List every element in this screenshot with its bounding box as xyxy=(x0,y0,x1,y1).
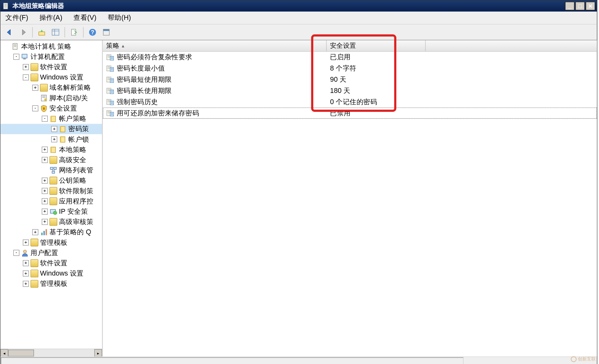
tree-node[interactable]: +本地策略 xyxy=(0,145,102,155)
expand-toggle xyxy=(32,95,38,101)
expand-toggle[interactable]: + xyxy=(23,281,29,287)
tree-node[interactable]: +帐户锁 xyxy=(0,134,102,145)
titlebar[interactable]: 本地组策略编辑器 _ □ ✕ xyxy=(0,0,597,12)
tree-node[interactable]: -Windows 设置 xyxy=(0,72,102,82)
scroll-left-button[interactable]: ◂ xyxy=(0,349,8,357)
expand-toggle[interactable]: - xyxy=(23,74,29,80)
svg-rect-14 xyxy=(14,45,16,45)
tree-node[interactable]: +公钥策略 xyxy=(0,176,102,186)
expand-toggle[interactable]: + xyxy=(42,198,48,204)
tree-node[interactable]: +软件设置 xyxy=(0,62,102,72)
tree-node[interactable]: +管理模板 xyxy=(0,279,102,289)
scroll-track[interactable] xyxy=(8,349,94,357)
folder-icon xyxy=(49,218,57,226)
svg-text:?: ? xyxy=(91,29,94,36)
tree-node[interactable]: +Windows 设置 xyxy=(0,268,102,278)
menu-action[interactable]: 操作(A) xyxy=(38,12,64,23)
tree-node[interactable]: +高级审核策 xyxy=(0,217,102,227)
scroll-right-button[interactable]: ▸ xyxy=(94,349,102,357)
policy-row[interactable]: 强制密码历史0 个记住的密码 xyxy=(103,96,597,108)
svg-rect-20 xyxy=(42,97,46,97)
expand-toggle[interactable]: - xyxy=(13,54,20,60)
minimize-button[interactable]: _ xyxy=(565,2,575,10)
svg-rect-44 xyxy=(111,68,113,69)
expand-toggle[interactable]: + xyxy=(23,64,29,70)
folder-icon xyxy=(30,259,38,267)
tree-node[interactable]: 本地计算机 策略 xyxy=(0,41,102,52)
expand-toggle[interactable]: + xyxy=(32,85,38,91)
tree-node[interactable]: +高级安全 xyxy=(0,155,102,165)
tree-node[interactable]: +IP 安全策 xyxy=(0,206,102,217)
expand-toggle[interactable]: + xyxy=(42,209,48,215)
tree-node[interactable]: 网络列表管 xyxy=(0,165,102,175)
expand-toggle[interactable]: + xyxy=(42,157,48,163)
tree-node[interactable]: -安全设置 xyxy=(0,103,102,113)
tree-node[interactable]: -帐户策略 xyxy=(0,113,102,124)
policy-row[interactable]: 用可还原的加密来储存密码已禁用 xyxy=(103,108,597,119)
tree-node[interactable]: +软件限制策 xyxy=(0,186,102,196)
export-button[interactable] xyxy=(68,26,80,38)
expand-toggle[interactable]: + xyxy=(51,126,57,132)
tree-node[interactable]: -计算机配置 xyxy=(0,52,102,62)
svg-rect-60 xyxy=(108,102,110,102)
up-button[interactable] xyxy=(35,26,48,38)
policy-row[interactable]: 密码必须符合复杂性要求已启用 xyxy=(103,52,597,63)
svg-rect-69 xyxy=(111,114,113,115)
menu-view[interactable]: 查看(V) xyxy=(72,12,98,23)
expand-toggle[interactable]: + xyxy=(32,229,38,235)
expand-toggle[interactable]: - xyxy=(42,116,48,122)
svg-rect-31 xyxy=(44,231,45,235)
expand-toggle[interactable]: + xyxy=(42,188,48,194)
svg-rect-39 xyxy=(111,59,113,59)
expand-toggle[interactable]: + xyxy=(42,147,48,153)
svg-line-26 xyxy=(52,170,53,171)
policy-name: 密码必须符合复杂性要求 xyxy=(117,53,192,62)
tree-node[interactable]: +密码策 xyxy=(0,124,102,134)
scroll-thumb[interactable] xyxy=(8,350,34,356)
column-header-setting[interactable]: 安全设置 xyxy=(327,40,426,51)
expand-toggle[interactable]: + xyxy=(23,260,29,266)
column-header-policy[interactable]: 策略 ▲ xyxy=(103,40,327,51)
folder-icon xyxy=(30,280,38,288)
tree-view[interactable]: 本地计算机 策略-计算机配置+软件设置-Windows 设置+域名解析策略脚本(… xyxy=(0,40,102,290)
menu-file[interactable]: 文件(F) xyxy=(4,12,30,23)
maximize-button[interactable]: □ xyxy=(575,2,585,10)
expand-toggle[interactable]: - xyxy=(13,250,20,256)
policy-row[interactable]: 密码长度最小值8 个字符 xyxy=(103,63,597,74)
tree-node[interactable]: +域名解析策略 xyxy=(0,83,102,93)
tree-node[interactable]: +应用程序控 xyxy=(0,196,102,206)
expand-toggle[interactable]: + xyxy=(23,270,29,277)
close-button[interactable]: ✕ xyxy=(586,2,595,10)
svg-rect-3 xyxy=(4,7,7,7)
tree-node[interactable]: -用户配置 xyxy=(0,248,102,258)
tree-node[interactable]: +软件设置 xyxy=(0,258,102,268)
expand-toggle[interactable]: + xyxy=(23,239,29,245)
svg-rect-12 xyxy=(103,29,109,31)
tree-node-label: 帐户锁 xyxy=(68,135,89,144)
options-button[interactable] xyxy=(49,26,62,38)
menu-help[interactable]: 帮助(H) xyxy=(106,12,132,23)
policy-row[interactable]: 密码最短使用期限90 天 xyxy=(103,74,597,85)
svg-rect-41 xyxy=(108,67,110,67)
tree-node[interactable]: +基于策略的 Q xyxy=(0,227,102,237)
tree-node[interactable]: +管理模板 xyxy=(0,237,102,248)
expand-toggle[interactable]: + xyxy=(51,136,57,142)
svg-rect-53 xyxy=(108,89,110,89)
svg-rect-30 xyxy=(41,233,43,235)
forward-button[interactable] xyxy=(17,26,30,38)
properties-button[interactable] xyxy=(100,26,113,38)
policy-setting: 8 个字符 xyxy=(327,63,426,74)
list-panel: 策略 ▲ 安全设置 密码必须符合复杂性要求已启用密码长度最小值8 个字符密码最短… xyxy=(103,40,597,356)
expand-toggle[interactable]: + xyxy=(42,178,48,184)
policy-row[interactable]: 密码最长使用期限180 天 xyxy=(103,85,597,96)
tree-node[interactable]: 脚本(启动/关 xyxy=(0,93,102,103)
svg-rect-43 xyxy=(110,68,114,71)
expand-toggle[interactable]: + xyxy=(42,219,48,225)
help-button[interactable]: ? xyxy=(86,26,99,38)
policy-icon xyxy=(12,43,19,50)
tree-h-scrollbar[interactable]: ◂ ▸ xyxy=(0,349,102,356)
list-body[interactable]: 密码必须符合复杂性要求已启用密码长度最小值8 个字符密码最短使用期限90 天密码… xyxy=(103,52,597,356)
expand-toggle[interactable]: - xyxy=(32,105,38,112)
svg-point-33 xyxy=(23,250,26,253)
back-button[interactable] xyxy=(3,26,16,38)
